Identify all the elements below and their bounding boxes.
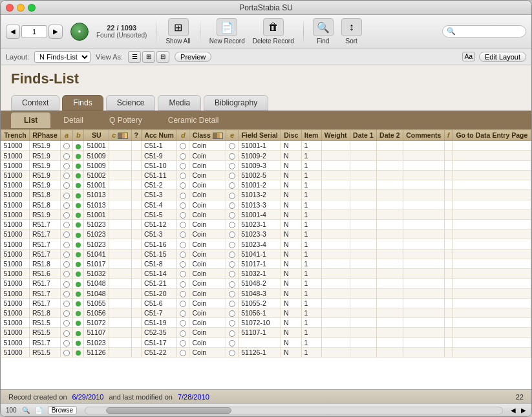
tab-bibliography[interactable]: Bibliography — [204, 95, 268, 111]
radio-d[interactable] — [180, 320, 186, 326]
scroll-right-icon[interactable]: ▶ — [521, 407, 526, 414]
radio-a[interactable] — [63, 271, 70, 277]
radio-a[interactable] — [63, 301, 70, 307]
sub-tab-list[interactable]: List — [11, 112, 50, 128]
radio-d[interactable] — [180, 350, 186, 356]
record-number-input[interactable] — [21, 25, 47, 38]
nav-back-button[interactable]: ◀ — [6, 25, 20, 39]
table-row[interactable]: 51000R51.751023C51-12Coin51023-1N1 — [1, 219, 531, 229]
minimize-button[interactable] — [17, 4, 25, 12]
radio-e[interactable] — [229, 320, 235, 326]
view-table-button[interactable]: ⊟ — [156, 51, 169, 63]
radio-e[interactable] — [229, 350, 235, 356]
delete-record-button[interactable]: 🗑 Delete Record — [253, 18, 294, 45]
table-row[interactable]: 51000R51.951001C51-1Coin51001-1N1 — [1, 141, 531, 151]
maximize-button[interactable] — [28, 4, 36, 12]
radio-a[interactable] — [63, 163, 70, 169]
radio-d[interactable] — [180, 251, 186, 258]
radio-a[interactable] — [63, 143, 70, 149]
radio-d[interactable] — [180, 193, 186, 199]
radio-a[interactable] — [63, 153, 70, 160]
radio-e[interactable] — [229, 182, 235, 189]
search-box[interactable]: 🔍 — [442, 25, 526, 37]
radio-d[interactable] — [180, 261, 186, 268]
radio-a[interactable] — [63, 242, 70, 248]
radio-d[interactable] — [180, 242, 186, 248]
table-row[interactable]: 51000R51.951001C51-2Coin51001-2N1 — [1, 180, 531, 190]
tab-context[interactable]: Context — [11, 95, 59, 111]
view-form-button[interactable]: ☰ — [128, 51, 141, 63]
radio-d[interactable] — [180, 212, 186, 219]
tab-finds[interactable]: Finds — [62, 95, 103, 111]
radio-e[interactable] — [229, 242, 235, 248]
radio-e[interactable] — [229, 193, 235, 199]
radio-e[interactable] — [229, 143, 235, 149]
table-row[interactable]: 51000R51.551126C51-22Coin51126-1N1 — [1, 347, 531, 357]
new-record-button[interactable]: 📄 New Record — [209, 18, 245, 45]
browse-button[interactable]: Browse — [48, 406, 77, 414]
radio-e[interactable] — [229, 281, 235, 288]
table-row[interactable]: 51000R51.951001C51-5Coin51001-4N1 — [1, 209, 531, 219]
radio-a[interactable] — [63, 281, 70, 288]
table-row[interactable]: 51000R51.551072C51-19Coin51072-10N1 — [1, 318, 531, 328]
radio-a[interactable] — [63, 251, 70, 258]
radio-a[interactable] — [63, 173, 70, 179]
radio-e[interactable] — [229, 202, 235, 209]
radio-a[interactable] — [63, 291, 70, 297]
radio-a[interactable] — [63, 182, 70, 189]
table-row[interactable]: 51000R51.751055C51-6Coin51055-2N1 — [1, 298, 531, 308]
radio-a[interactable] — [63, 350, 70, 356]
sub-tab-ceramic-detail[interactable]: Ceramic Detail — [155, 112, 232, 128]
table-row[interactable]: 51000R51.851013C51-4Coin51013-3N1 — [1, 200, 531, 209]
radio-d[interactable] — [180, 340, 186, 347]
find-button[interactable]: 🔍 Find — [313, 18, 334, 45]
table-row[interactable]: 51000R51.551107C52-35Coin51107-1N1 — [1, 328, 531, 337]
radio-a[interactable] — [63, 193, 70, 199]
tab-media[interactable]: Media — [158, 95, 201, 111]
radio-d[interactable] — [180, 143, 186, 149]
radio-e[interactable] — [229, 340, 235, 347]
close-button[interactable] — [6, 4, 14, 12]
table-row[interactable]: 51000R51.951009C51-9Coin51009-2N1 — [1, 151, 531, 160]
radio-d[interactable] — [180, 231, 186, 238]
table-row[interactable]: 51000R51.651032C51-14Coin51032-1N1 — [1, 269, 531, 279]
radio-d[interactable] — [180, 173, 186, 179]
table-row[interactable]: 51000R51.951002C51-11Coin51002-5N1 — [1, 170, 531, 180]
sub-tab-detail[interactable]: Detail — [50, 112, 96, 128]
radio-a[interactable] — [63, 261, 70, 268]
table-row[interactable]: 51000R51.751041C51-15Coin51041-1N1 — [1, 249, 531, 259]
radio-e[interactable] — [229, 271, 235, 277]
radio-e[interactable] — [229, 291, 235, 297]
radio-e[interactable] — [229, 153, 235, 160]
radio-a[interactable] — [63, 222, 70, 228]
edit-layout-button[interactable]: Edit Layout — [479, 52, 526, 62]
radio-a[interactable] — [63, 310, 70, 317]
radio-e[interactable] — [229, 301, 235, 307]
radio-d[interactable] — [180, 281, 186, 288]
radio-a[interactable] — [63, 212, 70, 219]
table-row[interactable]: 51000R51.751023C51-3Coin51023-3N1 — [1, 230, 531, 239]
sub-tab-q-pottery[interactable]: Q Pottery — [96, 112, 155, 128]
table-row[interactable]: 51000R51.851017C51-8Coin51017-1N1 — [1, 259, 531, 268]
table-row[interactable]: 51000R51.751048C51-20Coin51048-3N1 — [1, 288, 531, 298]
sort-button[interactable]: ↕ Sort — [341, 18, 362, 45]
radio-a[interactable] — [63, 202, 70, 209]
radio-d[interactable] — [180, 291, 186, 297]
radio-d[interactable] — [180, 163, 186, 169]
radio-d[interactable] — [180, 310, 186, 317]
table-row[interactable]: 51000R51.851056C51-7Coin51056-1N1 — [1, 308, 531, 317]
radio-e[interactable] — [229, 222, 235, 228]
layout-select[interactable]: N Finds-List — [34, 51, 90, 63]
radio-e[interactable] — [229, 310, 235, 317]
radio-d[interactable] — [180, 222, 186, 228]
radio-e[interactable] — [229, 163, 235, 169]
table-row[interactable]: 51000R51.851013C51-3Coin51013-2N1 — [1, 190, 531, 200]
search-input[interactable] — [458, 28, 522, 36]
radio-d[interactable] — [180, 271, 186, 277]
radio-e[interactable] — [229, 261, 235, 268]
radio-a[interactable] — [63, 320, 70, 326]
table-row[interactable]: 51000R51.951009C51-10Coin51009-3N1 — [1, 160, 531, 170]
radio-e[interactable] — [229, 212, 235, 219]
radio-e[interactable] — [229, 231, 235, 238]
table-row[interactable]: 51000R51.751023C51-16Coin51023-4N1 — [1, 239, 531, 249]
